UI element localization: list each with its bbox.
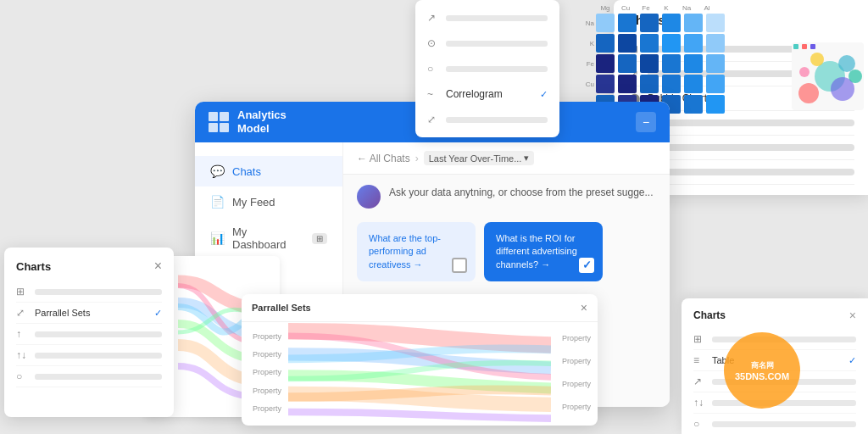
parallel-panel-close[interactable]: × bbox=[581, 301, 587, 314]
chats-label: Chats bbox=[232, 165, 261, 178]
parallel-icon: ⤢ bbox=[16, 307, 28, 319]
hm-col-mg: Mg bbox=[596, 4, 615, 12]
hm-col-na: Na bbox=[677, 4, 696, 12]
watermark-line2: 35DNS.COM bbox=[735, 371, 789, 381]
svg-point-3 bbox=[810, 53, 824, 66]
watermark: 商名网 35DNS.COM bbox=[724, 332, 800, 409]
charts-table-title: Charts bbox=[693, 309, 726, 321]
charts-front-item-parallel[interactable]: ⤢ Parrallel Sets ✓ bbox=[16, 303, 162, 324]
svg-rect-8 bbox=[802, 44, 807, 49]
dropdown-item-3[interactable]: ○ bbox=[415, 56, 559, 81]
heatmap-col-labels: Mg Cu Fe K Na Al bbox=[596, 4, 728, 12]
parallel-check: ✓ bbox=[154, 308, 162, 319]
parallel-left-labels: Property Property Property Property Prop… bbox=[242, 322, 288, 423]
checkbox-1[interactable] bbox=[452, 258, 467, 273]
ci-bar-3 bbox=[35, 331, 162, 337]
charts-front-item-1[interactable]: ⊞ bbox=[16, 281, 162, 303]
bubble-chart-thumbnail bbox=[792, 42, 864, 110]
parallel-label: Parrallel Sets bbox=[35, 308, 147, 318]
pl-label-4: Property bbox=[248, 387, 281, 395]
dropdown-item-5[interactable]: ⤢ bbox=[415, 107, 559, 132]
dropdown-item-correlogram[interactable]: ~ Correlogram ✓ bbox=[415, 81, 559, 107]
parallel-content: Property Property Property Property Prop… bbox=[242, 322, 598, 423]
bubble-svg bbox=[792, 42, 864, 110]
app-title: Analytics Model bbox=[237, 108, 287, 135]
dashboard-icon: 📊 bbox=[210, 231, 224, 245]
svg-point-5 bbox=[799, 67, 810, 77]
ci-bar-4 bbox=[35, 353, 162, 359]
suggestion-text-1: What are the top-performing ad creatives… bbox=[369, 233, 441, 270]
diagonal-icon: ⤢ bbox=[427, 114, 439, 125]
feed-icon: 📄 bbox=[210, 195, 224, 209]
charts-front-item-4[interactable]: ↑↓ bbox=[16, 345, 162, 366]
svg-point-2 bbox=[838, 55, 855, 72]
suggestion-cards: What are the top-performing ad creatives… bbox=[357, 222, 656, 281]
chart-dropdown[interactable]: ↗ ⊙ ○ ~ Correlogram ✓ ⤢ bbox=[415, 0, 559, 137]
svg-point-6 bbox=[849, 70, 862, 83]
correlogram-icon: ~ bbox=[427, 88, 439, 100]
correlogram-check: ✓ bbox=[540, 89, 548, 100]
chevron-down-icon: ▾ bbox=[524, 153, 529, 164]
bar-up-icon: ↑ bbox=[16, 328, 28, 340]
di-bar-1 bbox=[446, 15, 548, 21]
heatmap-row-4: Cu bbox=[584, 75, 728, 93]
ct-item-5[interactable]: ○ bbox=[693, 414, 856, 434]
grid-icon-2: ⊞ bbox=[16, 286, 28, 298]
ct-grid-icon: ⊞ bbox=[693, 333, 705, 345]
scatter-icon-2: ⊙ bbox=[427, 37, 439, 49]
dropdown-item-1[interactable]: ↗ bbox=[415, 5, 559, 31]
check-icon: ✓ bbox=[582, 258, 592, 273]
chat-area: Ask your data anytning, or choose from t… bbox=[343, 175, 670, 292]
sidebar-item-chats[interactable]: 💬 Chats bbox=[195, 156, 342, 186]
chats-icon: 💬 bbox=[210, 164, 224, 178]
dashboard-label: My Dashboard bbox=[232, 225, 303, 251]
di-bar-2 bbox=[446, 41, 548, 47]
hm-col-cu: Cu bbox=[616, 4, 635, 12]
table-check: ✓ bbox=[849, 355, 856, 366]
sankey-svg bbox=[288, 322, 551, 423]
charts-front-item-5[interactable]: ○ bbox=[16, 366, 162, 387]
breadcrumb-back[interactable]: ← All Chats bbox=[357, 153, 410, 164]
pl-label-3: Property bbox=[248, 368, 281, 376]
svg-point-0 bbox=[798, 83, 819, 103]
parallel-sets-panel: Parrallel Sets × Property Property Prope… bbox=[242, 294, 598, 426]
ct-updown-icon: ↑↓ bbox=[693, 397, 705, 409]
di-bar-3 bbox=[446, 66, 548, 72]
app-logo-icon bbox=[209, 112, 229, 132]
checkbox-2[interactable]: ✓ bbox=[579, 258, 594, 273]
charts-front-close[interactable]: × bbox=[154, 259, 162, 273]
pr-label-4: Property bbox=[558, 403, 591, 411]
dropdown-item-2[interactable]: ⊙ bbox=[415, 31, 559, 56]
charts-front-header: Charts × bbox=[16, 259, 162, 273]
charts-panel-front: Charts × ⊞ ⤢ Parrallel Sets ✓ ↑ ↑↓ ○ bbox=[4, 248, 174, 417]
charts-table-close[interactable]: × bbox=[849, 309, 856, 322]
dashboard-badge: ⊞ bbox=[312, 233, 327, 244]
ct-bar-5 bbox=[712, 421, 856, 427]
sidebar-item-feed[interactable]: 📄 My Feed bbox=[195, 186, 342, 217]
table-icon: ≡ bbox=[693, 354, 705, 366]
charts-front-item-3[interactable]: ↑ bbox=[16, 324, 162, 345]
ct-circle-icon: ○ bbox=[693, 418, 705, 430]
collapse-button[interactable]: − bbox=[636, 112, 656, 132]
pr-label-3: Property bbox=[558, 380, 591, 388]
parallel-panel-title: Parrallel Sets bbox=[252, 303, 311, 313]
charts-front-title: Charts bbox=[16, 260, 51, 273]
sidebar-item-dashboard[interactable]: 📊 My Dashboard ⊞ bbox=[195, 217, 342, 259]
ci-bar-5 bbox=[35, 374, 162, 380]
chat-prompt-text: Ask your data anytning, or choose from t… bbox=[389, 185, 654, 200]
ci-bar-1 bbox=[35, 289, 162, 295]
hm-col-fe: Fe bbox=[637, 4, 655, 12]
svg-rect-9 bbox=[810, 44, 815, 49]
pr-label-1: Property bbox=[558, 334, 591, 342]
breadcrumb-sep: › bbox=[415, 153, 419, 164]
suggestion-text-2: What is the ROI for different advertisin… bbox=[496, 233, 577, 270]
parallel-right-labels: Property Property Property Property bbox=[551, 322, 598, 423]
ct-trend-icon: ↗ bbox=[693, 376, 705, 387]
charts-table-header: Charts × bbox=[693, 309, 856, 322]
suggestion-card-2[interactable]: What is the ROI for different advertisin… bbox=[484, 222, 603, 281]
breadcrumb-dropdown[interactable]: Last Year Over-Time... ▾ bbox=[424, 151, 535, 165]
ring-icon: ○ bbox=[16, 370, 28, 382]
suggestion-card-1[interactable]: What are the top-performing ad creatives… bbox=[357, 222, 476, 281]
updown-icon: ↑↓ bbox=[16, 349, 28, 361]
pl-label-5: Property bbox=[248, 404, 281, 413]
